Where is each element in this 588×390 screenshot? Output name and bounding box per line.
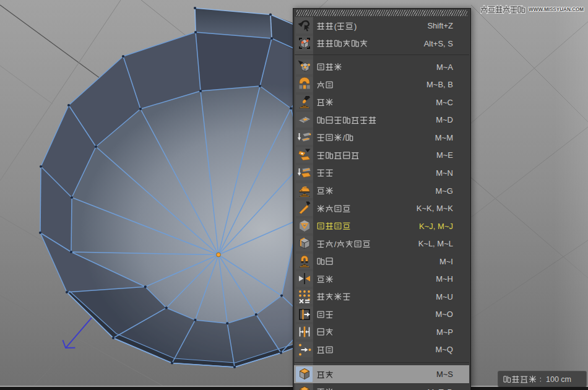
svg-text:/: / bbox=[343, 133, 345, 142]
svg-text:(: ( bbox=[334, 21, 337, 30]
svg-text:/: / bbox=[334, 239, 337, 248]
svg-text:): ) bbox=[354, 21, 357, 30]
svg-text:100 cm: 100 cm bbox=[546, 375, 571, 384]
